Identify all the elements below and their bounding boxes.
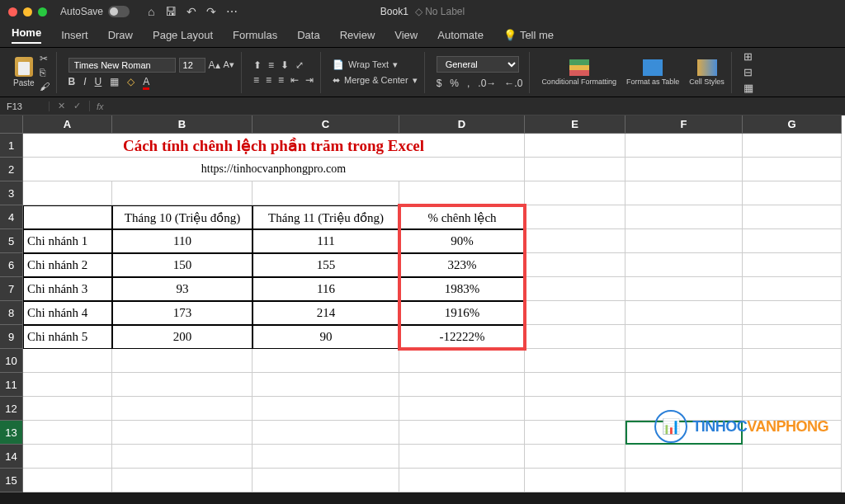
font-family-select[interactable] bbox=[68, 58, 176, 73]
font-color-button[interactable]: A bbox=[143, 76, 149, 87]
orientation-icon[interactable]: ⤢ bbox=[295, 59, 304, 71]
cell[interactable] bbox=[743, 277, 842, 301]
cell[interactable]: 90% bbox=[399, 229, 525, 253]
border-button[interactable]: ▦ bbox=[110, 76, 119, 87]
cell[interactable] bbox=[112, 421, 253, 445]
cell[interactable] bbox=[399, 421, 525, 445]
bold-button[interactable]: B bbox=[68, 76, 76, 87]
tab-view[interactable]: View bbox=[394, 29, 418, 41]
cell[interactable]: % chênh lệch bbox=[399, 205, 525, 229]
tab-draw[interactable]: Draw bbox=[108, 29, 133, 41]
cell[interactable] bbox=[743, 349, 842, 373]
cell[interactable]: 173 bbox=[112, 301, 253, 325]
cell[interactable] bbox=[625, 134, 743, 158]
cell[interactable] bbox=[399, 469, 525, 492]
align-right-icon[interactable]: ≡ bbox=[278, 74, 284, 86]
cell[interactable] bbox=[23, 181, 112, 205]
row-header-4[interactable]: 4 bbox=[0, 205, 23, 229]
cell[interactable] bbox=[525, 373, 625, 397]
cell[interactable] bbox=[525, 277, 625, 301]
cell[interactable]: Chi nhánh 2 bbox=[23, 253, 112, 277]
cell[interactable]: 214 bbox=[253, 301, 399, 325]
cell[interactable] bbox=[525, 158, 625, 181]
cell[interactable] bbox=[743, 469, 842, 492]
tab-insert[interactable]: Insert bbox=[61, 29, 88, 41]
cell[interactable] bbox=[625, 373, 743, 397]
cell[interactable]: Chi nhánh 3 bbox=[23, 277, 112, 301]
cell[interactable] bbox=[743, 134, 842, 158]
col-header-A[interactable]: A bbox=[23, 115, 112, 134]
row-header-8[interactable]: 8 bbox=[0, 301, 23, 325]
toggle-switch[interactable] bbox=[108, 6, 130, 17]
row-header-6[interactable]: 6 bbox=[0, 253, 23, 277]
indent-decrease-icon[interactable]: ⇤ bbox=[290, 74, 299, 86]
align-top-icon[interactable]: ⬆ bbox=[253, 59, 262, 71]
cell[interactable] bbox=[253, 445, 399, 469]
cell[interactable] bbox=[625, 325, 743, 349]
format-painter-icon[interactable]: 🖌 bbox=[40, 81, 50, 92]
row-header-9[interactable]: 9 bbox=[0, 325, 23, 349]
cell[interactable] bbox=[525, 181, 625, 205]
cell[interactable] bbox=[253, 373, 399, 397]
conditional-formatting-button[interactable]: Conditional Formatting bbox=[541, 59, 616, 86]
cell[interactable] bbox=[525, 253, 625, 277]
font-size-select[interactable] bbox=[179, 58, 205, 73]
row-header-11[interactable]: 11 bbox=[0, 373, 23, 397]
cell[interactable] bbox=[743, 301, 842, 325]
cell[interactable]: Cách tính chênh lệch phần trăm trong Exc… bbox=[23, 134, 525, 158]
cell[interactable] bbox=[399, 373, 525, 397]
underline-button[interactable]: U bbox=[95, 76, 102, 87]
cell[interactable] bbox=[399, 397, 525, 421]
cell[interactable]: 150 bbox=[112, 253, 253, 277]
row-header-7[interactable]: 7 bbox=[0, 277, 23, 301]
cell[interactable] bbox=[525, 325, 625, 349]
cell[interactable] bbox=[23, 469, 112, 492]
wrap-text-button[interactable]: 📄 Wrap Text ▾ bbox=[333, 59, 418, 70]
decrease-decimal-icon[interactable]: ←.0 bbox=[504, 78, 522, 89]
cell[interactable] bbox=[399, 445, 525, 469]
cell[interactable] bbox=[625, 469, 743, 492]
format-cells-icon[interactable]: ▦ bbox=[744, 82, 753, 94]
cell[interactable] bbox=[23, 445, 112, 469]
cell[interactable]: 1983% bbox=[399, 277, 525, 301]
cell[interactable] bbox=[253, 181, 399, 205]
cell[interactable] bbox=[743, 445, 842, 469]
row-header-15[interactable]: 15 bbox=[0, 469, 23, 492]
col-header-C[interactable]: C bbox=[253, 115, 399, 134]
cell[interactable]: 155 bbox=[253, 253, 399, 277]
cell[interactable]: 93 bbox=[112, 277, 253, 301]
cell[interactable] bbox=[625, 349, 743, 373]
tab-formulas[interactable]: Formulas bbox=[233, 29, 277, 41]
insert-cells-icon[interactable]: ⊞ bbox=[744, 50, 753, 63]
cell[interactable] bbox=[525, 134, 625, 158]
cut-icon[interactable]: ✂ bbox=[40, 53, 50, 64]
cell[interactable] bbox=[525, 421, 625, 445]
tell-me[interactable]: 💡 Tell me bbox=[503, 29, 554, 41]
row-header-12[interactable]: 12 bbox=[0, 397, 23, 421]
autosave-toggle[interactable]: AutoSave bbox=[60, 6, 130, 17]
cell[interactable]: Chi nhánh 5 bbox=[23, 325, 112, 349]
minimize-window[interactable] bbox=[23, 7, 32, 16]
undo-icon[interactable]: ↶ bbox=[186, 5, 196, 18]
currency-icon[interactable]: $ bbox=[437, 78, 442, 89]
select-all-corner[interactable] bbox=[0, 115, 23, 134]
decrease-font-icon[interactable]: A▾ bbox=[224, 59, 234, 70]
col-header-B[interactable]: B bbox=[112, 115, 253, 134]
cell[interactable] bbox=[625, 205, 743, 229]
cell[interactable] bbox=[525, 301, 625, 325]
cell[interactable] bbox=[525, 397, 625, 421]
percent-icon[interactable]: % bbox=[450, 78, 459, 89]
cell[interactable] bbox=[525, 229, 625, 253]
cell[interactable] bbox=[743, 158, 842, 181]
cell[interactable] bbox=[23, 205, 112, 229]
cancel-formula-icon[interactable]: ✕ bbox=[58, 101, 65, 111]
row-header-2[interactable]: 2 bbox=[0, 158, 23, 181]
cell[interactable] bbox=[625, 253, 743, 277]
sensitivity-label[interactable]: ◇ No Label bbox=[415, 6, 465, 17]
align-left-icon[interactable]: ≡ bbox=[253, 74, 259, 86]
cell[interactable] bbox=[625, 301, 743, 325]
merge-center-button[interactable]: ⬌ Merge & Center ▾ bbox=[333, 75, 418, 86]
cell[interactable] bbox=[112, 373, 253, 397]
row-header-10[interactable]: 10 bbox=[0, 349, 23, 373]
cell[interactable] bbox=[525, 445, 625, 469]
